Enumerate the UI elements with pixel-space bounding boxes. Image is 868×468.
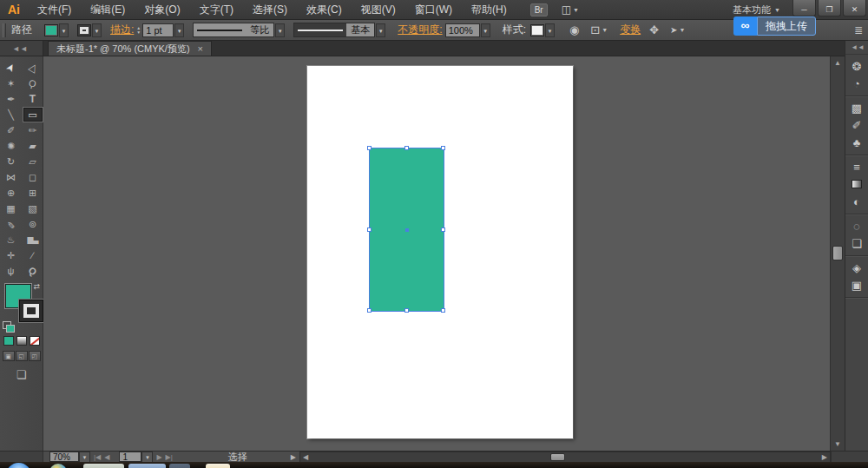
- chevron-down-icon[interactable]: ▼: [79, 452, 90, 463]
- artboards-panel-icon[interactable]: ▣: [845, 276, 868, 293]
- selection-handle-5[interactable]: [367, 308, 372, 313]
- close-button[interactable]: ✕: [843, 0, 866, 16]
- recolor-artwork-icon[interactable]: ◉: [569, 23, 579, 36]
- tools-panel-collapse[interactable]: ◄◄: [0, 41, 43, 56]
- chevron-down-icon[interactable]: ▼: [174, 23, 184, 37]
- select-similar-dropdown[interactable]: ➤ ▼: [670, 25, 685, 35]
- artboard-number-field[interactable]: 1: [119, 452, 141, 462]
- zoom-tool[interactable]: Q: [23, 264, 43, 278]
- zoom-level-field[interactable]: 70%: [49, 452, 79, 462]
- direct-selection-tool[interactable]: ▷: [23, 61, 43, 75]
- menu-item-4[interactable]: 选择(S): [243, 3, 297, 16]
- graphic-styles-panel-icon[interactable]: ◌: [845, 217, 868, 234]
- symbol-sprayer-tool[interactable]: ♨: [2, 233, 21, 247]
- blend-tool[interactable]: ⊚: [23, 217, 43, 231]
- menu-item-1[interactable]: 编辑(E): [81, 3, 135, 16]
- menu-item-3[interactable]: 文字(T): [190, 3, 243, 16]
- gradient-panel-icon[interactable]: [845, 175, 868, 193]
- chevron-down-icon[interactable]: ▼: [141, 452, 153, 463]
- artboard-tool[interactable]: ✛: [2, 248, 21, 262]
- width-tool[interactable]: ⋈: [2, 170, 21, 184]
- draw-inside-icon[interactable]: ◰: [29, 351, 41, 361]
- paintbrush-tool[interactable]: ✐: [2, 123, 21, 137]
- selection-handle-3[interactable]: [367, 227, 372, 232]
- color-panel-icon[interactable]: ❂: [845, 57, 868, 75]
- hand-tool[interactable]: ψ: [2, 264, 21, 278]
- arrange-documents-button[interactable]: ◫ ▼: [562, 3, 579, 16]
- stroke-weight-stepper[interactable]: ▲▼: [136, 26, 141, 35]
- brush-definition-dropdown[interactable]: 基本: [293, 23, 375, 37]
- swap-fill-stroke-icon[interactable]: ⇄: [33, 282, 40, 291]
- transparency-panel-icon[interactable]: ◐: [845, 193, 868, 210]
- selection-handle-4[interactable]: [441, 227, 445, 232]
- width-profile-dropdown[interactable]: 等比: [193, 23, 274, 37]
- stepper-down-icon[interactable]: ▼: [136, 30, 141, 35]
- line-segment-tool[interactable]: ╲: [2, 108, 21, 122]
- canvas-pasteboard[interactable]: [43, 56, 830, 451]
- chevron-down-icon[interactable]: ▼: [59, 23, 69, 37]
- isolate-object-icon[interactable]: ✥: [649, 23, 659, 36]
- draw-behind-icon[interactable]: ◱: [16, 351, 28, 361]
- stroke-panel-link[interactable]: 描边:: [110, 23, 134, 37]
- control-panel-menu-icon[interactable]: ≣: [854, 24, 863, 36]
- align-dropdown[interactable]: ⊡ ▼: [590, 23, 608, 36]
- chevron-down-icon[interactable]: ▼: [275, 23, 285, 37]
- menu-item-6[interactable]: 视图(V): [352, 3, 405, 16]
- blob-brush-tool[interactable]: ✺: [2, 139, 21, 153]
- menu-item-8[interactable]: 帮助(H): [462, 3, 516, 16]
- brushes-panel-icon[interactable]: ✐: [845, 116, 868, 134]
- chevron-down-icon[interactable]: ▼: [376, 23, 385, 37]
- first-artboard-icon[interactable]: |◀: [94, 453, 101, 461]
- column-graph-tool[interactable]: ▆▃: [23, 233, 43, 247]
- gradient-tool[interactable]: ▧: [23, 201, 43, 215]
- taskbar-app-3[interactable]: [169, 464, 190, 468]
- symbols-panel-icon[interactable]: ♣: [845, 134, 868, 151]
- menu-item-5[interactable]: 效果(C): [297, 3, 352, 16]
- slice-tool[interactable]: ∕: [23, 248, 43, 262]
- lasso-tool[interactable]: Ϙ: [23, 76, 43, 90]
- minimize-button[interactable]: ─: [792, 0, 816, 16]
- menu-item-0[interactable]: 文件(F): [28, 3, 81, 16]
- start-orb[interactable]: [6, 463, 31, 468]
- draw-normal-icon[interactable]: ▣: [3, 351, 15, 361]
- stroke-color-indicator[interactable]: [19, 300, 43, 322]
- fill-color-swatch[interactable]: [44, 24, 58, 36]
- rectangle-tool[interactable]: ▭: [23, 108, 43, 122]
- scroll-up-icon[interactable]: ▲: [831, 59, 845, 67]
- scroll-left-icon[interactable]: ◀: [303, 453, 308, 461]
- stroke-weight-field[interactable]: 1 pt: [142, 23, 174, 37]
- dock-collapse-control[interactable]: ◄◄: [845, 41, 868, 55]
- eyedropper-tool[interactable]: ✎: [2, 217, 21, 231]
- scroll-right-icon[interactable]: ▶: [822, 453, 827, 461]
- perspective-grid-tool[interactable]: ⊞: [23, 186, 43, 200]
- chevron-down-icon[interactable]: ▼: [545, 23, 555, 37]
- scroll-down-icon[interactable]: ▼: [831, 440, 845, 448]
- layers-panel-icon[interactable]: ◈: [845, 259, 868, 276]
- bridge-button[interactable]: Br: [530, 3, 548, 16]
- eraser-tool[interactable]: ▰: [23, 139, 43, 153]
- graphic-style-swatch[interactable]: [530, 24, 544, 36]
- selection-handle-0[interactable]: [367, 146, 372, 150]
- fill-color-control[interactable]: ▼: [44, 23, 69, 37]
- status-options-icon[interactable]: ▶: [291, 453, 296, 461]
- swatches-panel-icon[interactable]: ▩: [845, 99, 868, 116]
- taskbar-app-1[interactable]: [83, 464, 124, 468]
- restore-button[interactable]: ❐: [818, 0, 841, 16]
- stroke-panel-icon[interactable]: ≡: [845, 158, 868, 175]
- default-fill-stroke-icon[interactable]: [3, 321, 11, 329]
- selection-handle-1[interactable]: [404, 146, 409, 150]
- opacity-field[interactable]: 100%: [445, 23, 480, 37]
- none-button[interactable]: [30, 336, 40, 346]
- opacity-panel-link[interactable]: 不透明度:: [398, 23, 442, 37]
- color-guide-panel-icon[interactable]: ◔: [845, 75, 868, 92]
- vertical-scrollbar[interactable]: ▲ ▼: [830, 56, 845, 451]
- taskbar-app-4[interactable]: [206, 464, 230, 468]
- taskbar-icon-browser[interactable]: [49, 464, 67, 468]
- rotate-tool[interactable]: ↻: [2, 155, 21, 168]
- vertical-scrollbar-thumb[interactable]: [832, 246, 843, 260]
- panel-grip[interactable]: [3, 23, 6, 37]
- stroke-color-swatch[interactable]: [77, 24, 91, 36]
- stroke-color-control[interactable]: ▼: [77, 23, 102, 37]
- free-transform-tool[interactable]: ◻: [23, 170, 43, 184]
- chevron-down-icon[interactable]: ▼: [92, 23, 102, 37]
